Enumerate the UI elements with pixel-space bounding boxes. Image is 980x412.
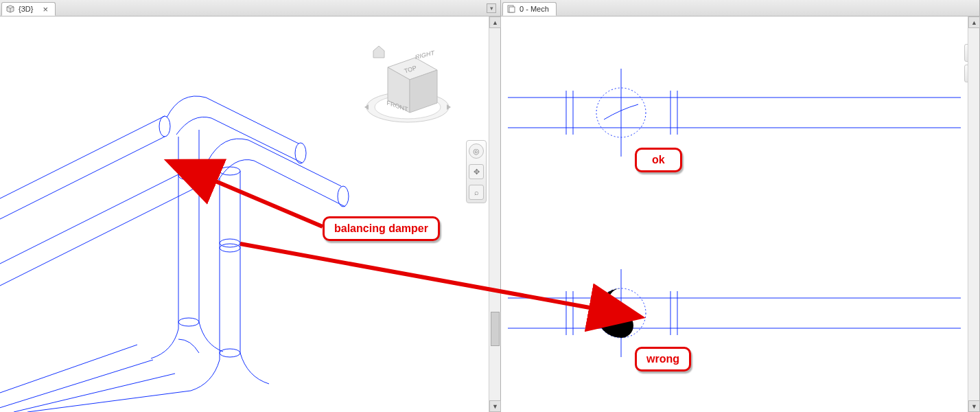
- svg-point-4: [178, 318, 199, 326]
- steering-wheel-icon[interactable]: ◎: [469, 144, 484, 159]
- tab-3d[interactable]: {3D} ×: [1, 2, 56, 16]
- view-pane-3d: {3D} × ▾: [0, 0, 501, 412]
- tab-mech[interactable]: 0 - Mech: [502, 2, 557, 16]
- svg-rect-13: [509, 7, 515, 12]
- svg-point-3: [295, 143, 306, 163]
- svg-point-1: [178, 167, 199, 175]
- close-icon[interactable]: ×: [43, 4, 48, 14]
- callout-balancing-damper: balancing damper: [323, 216, 440, 241]
- viewcube[interactable]: TOP FRONT RIGHT: [356, 37, 459, 133]
- callout-wrong: wrong: [635, 347, 691, 371]
- tab-label: {3D}: [19, 5, 33, 13]
- viewport-plan[interactable]: ⌕ ▭: [501, 16, 979, 412]
- scrollbar-right[interactable]: ▲ ▼: [968, 16, 979, 412]
- callout-text: balancing damper: [334, 222, 428, 234]
- cube-icon: [6, 5, 14, 13]
- svg-point-9: [220, 244, 240, 252]
- scroll-up-icon[interactable]: ▲: [968, 16, 980, 28]
- pan-icon[interactable]: ✥: [469, 164, 484, 179]
- callout-text: ok: [652, 154, 665, 165]
- viewport-3d[interactable]: TOP FRONT RIGHT ◎ ✥ ⌕: [0, 16, 500, 412]
- svg-point-7: [338, 186, 349, 207]
- scroll-down-icon[interactable]: ▼: [968, 400, 980, 412]
- navigation-panel: ◎ ✥ ⌕: [466, 140, 487, 203]
- zoom-region-icon[interactable]: ⌕: [469, 185, 484, 200]
- svg-point-5: [220, 349, 240, 357]
- drawing-plan: [501, 16, 968, 412]
- viewcube-right: RIGHT: [415, 49, 434, 61]
- scroll-up-icon[interactable]: ▲: [489, 16, 501, 28]
- scroll-down-icon[interactable]: ▼: [489, 400, 501, 412]
- tabbar-dropdown[interactable]: ▾: [487, 3, 496, 13]
- callout-text: wrong: [646, 353, 679, 365]
- view-pane-plan: 0 - Mech: [501, 0, 980, 412]
- tabbar-overflow: ▾: [487, 3, 500, 13]
- tab-label: 0 - Mech: [520, 5, 549, 13]
- svg-point-8: [220, 239, 240, 247]
- scroll-thumb[interactable]: [491, 312, 500, 346]
- tab-bar-left: {3D} × ▾: [0, 0, 500, 16]
- scrollbar-left[interactable]: ▲ ▼: [489, 16, 500, 412]
- svg-point-0: [159, 116, 170, 137]
- callout-ok: ok: [635, 148, 682, 172]
- tab-bar-right: 0 - Mech: [501, 0, 979, 16]
- sheet-icon: [507, 5, 515, 13]
